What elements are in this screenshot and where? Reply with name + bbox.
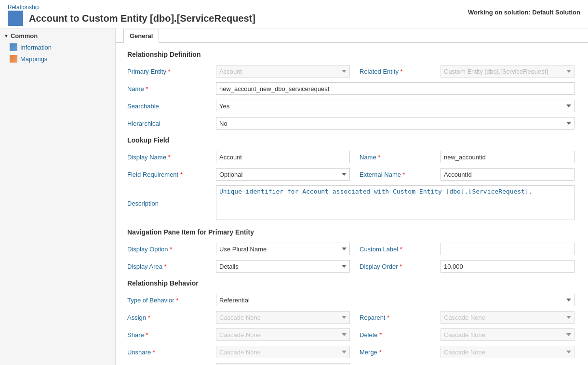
share-label: Share * (127, 329, 214, 340)
title-icon (8, 11, 23, 26)
display-area-select[interactable]: Details Marketing Sales Service (216, 260, 350, 273)
description-textarea[interactable]: Unique identifier for Account associated… (216, 185, 575, 220)
unshare-required: * (153, 349, 155, 356)
description-label: Description (127, 198, 214, 209)
primary-entity-required: * (168, 68, 171, 75)
solution-info: Working on solution: Default Solution (468, 9, 580, 16)
related-entity-required: * (401, 68, 403, 75)
sidebar-item-information-label: Information (20, 44, 52, 51)
lookup-name-input[interactable] (441, 151, 575, 163)
assign-label: Assign * (127, 312, 214, 323)
reparent-select[interactable]: Cascade None (441, 311, 575, 324)
name-required: * (146, 85, 148, 92)
related-entity-label: Related Entity * (352, 66, 439, 77)
share-required: * (146, 331, 148, 339)
primary-entity-label: Primary Entity * (127, 66, 214, 77)
sidebar-item-information[interactable]: Information (0, 41, 115, 53)
custom-label-input[interactable] (441, 243, 575, 255)
lookup-display-name-required: * (168, 154, 171, 161)
mappings-icon (10, 55, 17, 63)
section-title-navigation: Navigation Pane Item for Primary Entity (127, 228, 576, 236)
display-option-select[interactable]: Use Plural Name Use Custom Label Do Not … (216, 243, 350, 255)
sidebar-section-label: Common (11, 32, 38, 39)
section-title-lookup: Lookup Field (127, 136, 576, 144)
information-icon (10, 43, 17, 51)
display-order-required: * (400, 263, 402, 270)
external-name-required: * (403, 171, 405, 178)
primary-entity-select[interactable]: Account (216, 65, 350, 78)
field-requirement-label: Field Requirement * (127, 169, 214, 180)
sidebar-item-mappings[interactable]: Mappings (0, 53, 115, 65)
field-requirement-select[interactable]: Optional Required Recommended (216, 168, 350, 181)
name-input[interactable] (216, 82, 575, 95)
sidebar-triangle-icon: ▼ (4, 33, 9, 39)
external-name-label: External Name * (352, 169, 439, 180)
display-option-required: * (170, 246, 172, 253)
type-of-behavior-label: Type of Behavior * (127, 295, 214, 306)
section-title-behavior: Relationship Behavior (127, 279, 576, 287)
related-entity-select[interactable]: Custom Entity [dbo].[ServiceRequest] (441, 65, 575, 78)
tab-general[interactable]: General (123, 29, 159, 43)
custom-label-label: Custom Label * (352, 244, 439, 255)
sidebar-item-mappings-label: Mappings (20, 55, 47, 63)
share-select[interactable]: Cascade None (216, 328, 350, 341)
custom-label-required: * (400, 246, 402, 253)
merge-select[interactable]: Cascade None (441, 346, 575, 358)
lookup-display-name-label: Display Name * (127, 152, 214, 163)
assign-select[interactable]: Cascade None (216, 311, 350, 324)
assign-required: * (148, 314, 150, 321)
external-name-input[interactable] (441, 168, 575, 181)
unshare-select[interactable]: Cascade None (216, 346, 350, 358)
hierarchical-select[interactable]: No Yes (216, 117, 575, 130)
display-area-label: Display Area * (127, 261, 214, 272)
delete-label: Delete * (352, 329, 439, 340)
display-area-required: * (164, 263, 167, 270)
unshare-label: Unshare * (127, 347, 214, 358)
searchable-label: Searchable (127, 101, 214, 112)
reparent-required: * (387, 314, 389, 321)
lookup-name-required: * (378, 154, 380, 161)
type-of-behavior-required: * (176, 297, 178, 304)
merge-required: * (379, 349, 381, 356)
merge-label: Merge * (352, 347, 439, 358)
lookup-display-name-input[interactable] (216, 151, 350, 163)
display-order-label: Display Order * (352, 261, 439, 272)
section-title-relationship: Relationship Definition (127, 51, 576, 58)
hierarchical-label: Hierarchical (127, 118, 214, 129)
display-order-input[interactable] (441, 260, 575, 273)
name-label: Name * (127, 83, 214, 94)
display-option-label: Display Option * (127, 244, 214, 255)
delete-required: * (379, 331, 382, 339)
reparent-label: Reparent * (352, 312, 439, 323)
delete-select[interactable]: Cascade None (441, 328, 575, 341)
lookup-name-label: Name * (352, 152, 439, 163)
page-title: Account to Custom Entity [dbo].[ServiceR… (29, 13, 255, 24)
rollup-view-select[interactable]: Cascade None (216, 363, 350, 365)
field-requirement-required: * (180, 171, 183, 178)
searchable-select[interactable]: Yes No (216, 100, 575, 112)
type-of-behavior-select[interactable]: Referential Parental Configurable Cascad… (216, 294, 575, 306)
